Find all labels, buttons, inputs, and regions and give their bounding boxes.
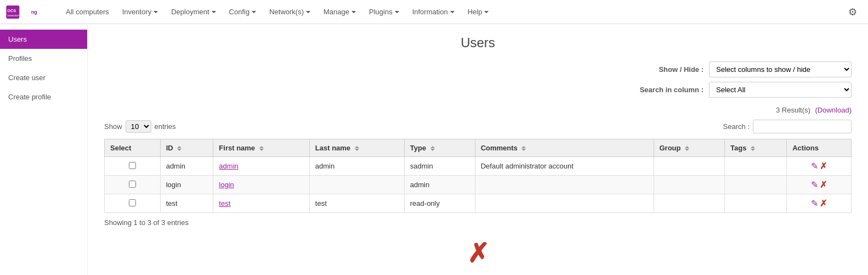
manage-caret <box>351 11 356 13</box>
showing-text: Showing 1 to 3 of 3 entries <box>104 218 189 227</box>
table-footer: Showing 1 to 3 of 3 entries <box>104 218 852 227</box>
svg-text:OCS: OCS <box>7 8 16 13</box>
row-checkbox-cell <box>105 176 161 194</box>
svg-text:ng: ng <box>31 9 38 15</box>
sidebar-item-profiles[interactable]: Profiles <box>0 49 87 68</box>
id-sort-icon <box>177 146 181 151</box>
nav-inventory[interactable]: Inventory <box>117 0 163 24</box>
controls-row: Show / Hide : Select columns to show / h… <box>104 61 852 98</box>
tags-sort-icon <box>751 146 755 151</box>
row-id: test <box>160 194 213 213</box>
row-group <box>654 194 725 213</box>
row-first-name[interactable]: test <box>213 194 309 213</box>
entries-label: entries <box>155 122 176 131</box>
search-label: Search : <box>723 122 750 131</box>
col-actions: Actions <box>787 139 852 157</box>
content: Users Show / Hide : Select columns to sh… <box>88 24 868 275</box>
row-checkbox-cell <box>105 157 161 176</box>
row-type: read-only <box>404 194 475 213</box>
row-first-name[interactable]: login <box>213 176 309 194</box>
type-sort-icon <box>430 146 435 151</box>
show-entries: Show 10 entries <box>104 120 176 133</box>
row-checkbox[interactable] <box>129 199 136 206</box>
results-row: 3 Result(s) (Download) <box>104 106 852 114</box>
sidebar-item-create-profile[interactable]: Create profile <box>0 87 87 106</box>
row-checkbox[interactable] <box>129 162 136 169</box>
nav-information[interactable]: Information <box>407 0 460 24</box>
col-first-name[interactable]: First name <box>213 139 309 157</box>
row-id: login <box>160 176 213 194</box>
nav-networks[interactable]: Network(s) <box>264 0 316 24</box>
nav-items: All computers Inventory Deployment Confi… <box>60 0 843 24</box>
search-column-row: Search in column : Select All <box>640 82 852 98</box>
row-actions: ✎ ✗ <box>787 194 852 213</box>
delete-button[interactable]: ✗ <box>820 161 827 171</box>
data-table: Select ID First name Last name Type Comm… <box>104 139 852 213</box>
logo[interactable]: OCS inventory ng <box>5 2 49 22</box>
navbar: OCS inventory ng All computers Inventory… <box>0 0 868 24</box>
edit-button[interactable]: ✎ <box>811 180 818 189</box>
col-last-name[interactable]: Last name <box>309 139 404 157</box>
col-comments[interactable]: Comments <box>475 139 654 157</box>
first-name-link[interactable]: admin <box>219 162 238 170</box>
config-caret <box>252 11 256 13</box>
table-row: testtesttestread-only✎ ✗ <box>105 194 852 213</box>
row-comments <box>475 176 654 194</box>
row-type: admin <box>404 176 475 194</box>
inventory-caret <box>154 11 158 13</box>
delete-button[interactable]: ✗ <box>820 199 827 208</box>
row-tags <box>725 157 787 176</box>
row-last-name: test <box>309 194 404 213</box>
nav-all-computers[interactable]: All computers <box>60 0 115 24</box>
col-type[interactable]: Type <box>404 139 475 157</box>
col-tags[interactable]: Tags <box>725 139 787 157</box>
deployment-caret <box>212 11 216 13</box>
nav-config[interactable]: Config <box>224 0 262 24</box>
sidebar-item-users[interactable]: Users <box>0 30 87 49</box>
col-group[interactable]: Group <box>654 139 725 157</box>
first-name-link[interactable]: test <box>219 199 230 207</box>
nav-deployment[interactable]: Deployment <box>166 0 221 24</box>
settings-icon[interactable]: ⚙ <box>843 6 863 18</box>
search-box: Search : <box>723 120 852 133</box>
nav-help[interactable]: Help <box>462 0 495 24</box>
edit-button[interactable]: ✎ <box>811 161 818 171</box>
search-column-select[interactable]: Select All <box>709 82 852 98</box>
big-delete-icon[interactable]: ✗ <box>104 238 852 268</box>
plugins-caret <box>395 11 399 13</box>
row-first-name[interactable]: admin <box>213 157 309 176</box>
search-column-label: Search in column : <box>640 86 704 94</box>
edit-button[interactable]: ✎ <box>811 199 818 208</box>
nav-manage[interactable]: Manage <box>318 0 361 24</box>
row-tags <box>725 176 787 194</box>
row-type: sadmin <box>404 157 475 176</box>
entries-select[interactable]: 10 <box>126 120 151 133</box>
show-hide-label: Show / Hide : <box>659 65 704 74</box>
show-hide-select[interactable]: Select columns to show / hide <box>709 61 852 77</box>
table-header-row: Select ID First name Last name Type Comm… <box>105 139 852 157</box>
row-comments: Default administrator account <box>475 157 654 176</box>
help-caret <box>484 11 489 13</box>
group-sort-icon <box>685 146 689 151</box>
row-last-name <box>309 176 404 194</box>
sidebar: Users Profiles Create user Create profil… <box>0 24 88 275</box>
row-checkbox[interactable] <box>129 181 136 188</box>
row-actions: ✎ ✗ <box>787 157 852 176</box>
row-actions: ✎ ✗ <box>787 176 852 194</box>
row-checkbox-cell <box>105 194 161 213</box>
svg-text:inventory: inventory <box>7 14 20 17</box>
firstname-sort-icon <box>259 146 264 151</box>
nav-plugins[interactable]: Plugins <box>364 0 405 24</box>
search-input[interactable] <box>753 120 852 133</box>
col-id[interactable]: ID <box>160 139 213 157</box>
results-count: 3 Result(s) <box>776 106 810 114</box>
lastname-sort-icon <box>355 146 359 151</box>
table-row: loginloginadmin✎ ✗ <box>105 176 852 194</box>
comments-sort-icon <box>521 146 526 151</box>
row-last-name: admin <box>309 157 404 176</box>
delete-button[interactable]: ✗ <box>820 180 827 189</box>
sidebar-item-create-user[interactable]: Create user <box>0 68 87 87</box>
download-link[interactable]: (Download) <box>815 106 852 114</box>
first-name-link[interactable]: login <box>219 181 234 189</box>
page-title: Users <box>104 35 852 50</box>
